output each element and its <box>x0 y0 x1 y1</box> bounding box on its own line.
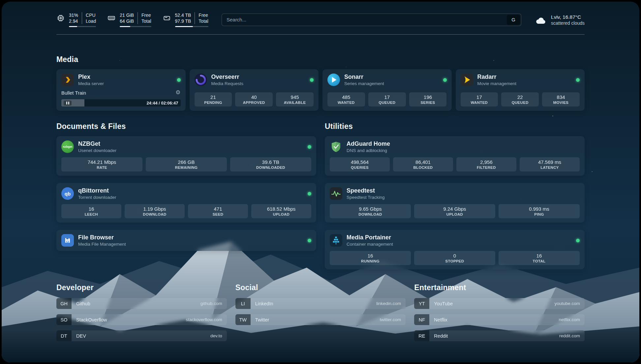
pause-button[interactable] <box>64 101 72 106</box>
weather-widget: Lviv, 16.87°C scattered clouds <box>534 14 585 26</box>
playback-progress-bar[interactable]: 24:44 / 02:06:47 <box>61 99 181 106</box>
card-nzbget[interactable]: nzbget NZBGet Usenet downloader 744.21 M… <box>56 136 316 176</box>
bookmark-url: netflix.com <box>559 317 580 322</box>
disk-label-top: Free <box>198 12 208 18</box>
stat-download: 1.19 Gbps DOWNLOAD <box>125 204 185 218</box>
app-subtitle: Series management <box>344 81 384 86</box>
adguard-icon <box>330 140 342 153</box>
card-radarr[interactable]: Radarr Movie management 17 WANTED 22 QUE… <box>456 69 585 111</box>
app-name: Sonarr <box>344 74 384 80</box>
gear-icon[interactable]: ⚙ <box>175 90 180 95</box>
app-subtitle: Torrent downloader <box>78 195 116 200</box>
card-sonarr[interactable]: Sonarr Series management 485 WANTED 17 Q… <box>322 69 452 111</box>
bookmark-url: github.com <box>200 301 222 306</box>
stat-value: 618.52 Mbps <box>253 206 310 212</box>
bookmark-abbr: LI <box>235 298 251 309</box>
search-input[interactable] <box>222 14 521 26</box>
bookmark-name: StackOverflow <box>76 317 107 322</box>
sonarr-icon <box>327 74 340 86</box>
stat-value: 17 <box>462 94 497 100</box>
stat-label: QUEUED <box>370 101 405 105</box>
search-engine-button[interactable]: G <box>507 15 520 25</box>
card-qbittorrent[interactable]: qb qBittorrent Torrent downloader 16 <box>56 183 316 223</box>
stat-downloaded: 39.6 TB DOWNLOADED <box>230 157 311 171</box>
stat-label: TOTAL <box>500 259 578 263</box>
bookmark-url: dev.to <box>210 333 222 338</box>
bookmarks-social: Social LI LinkedIn linkedin.com TW Twitt… <box>235 283 406 341</box>
stat-value: 40 <box>236 94 271 100</box>
overseerr-icon <box>195 74 207 86</box>
stat-series: 196 SERIES <box>409 92 447 106</box>
card-adguard[interactable]: AdGuard Home DNS and adblocking 498,564 … <box>325 136 585 176</box>
stat-total: 16 TOTAL <box>499 251 580 265</box>
status-dot-online <box>576 78 580 82</box>
bookmark-netflix[interactable]: NF Netflix netflix.com <box>414 314 585 325</box>
bookmark-reddit[interactable]: RE Reddit reddit.com <box>414 330 585 341</box>
bookmark-abbr: RE <box>414 330 429 341</box>
card-plex[interactable]: Plex Media server Bullet Train ⚙ 24:44 /… <box>56 69 186 111</box>
card-overseerr[interactable]: Overseerr Media Requests 21 PENDING 40 A… <box>190 69 319 111</box>
stat-value: 22 <box>503 94 537 100</box>
app-subtitle: Movie management <box>477 81 517 86</box>
disk-labels: Free Total <box>198 12 208 24</box>
nzbget-icon-text: nzbget <box>63 145 73 148</box>
bookmark-github[interactable]: GH Github github.com <box>56 298 227 309</box>
card-portainer[interactable]: Media Portainer Container management 16 … <box>325 230 585 269</box>
bookmark-name: Github <box>76 301 90 306</box>
qbittorrent-icon: qb <box>61 187 74 200</box>
speedtest-icon <box>330 187 342 200</box>
app-subtitle: Media File Management <box>78 242 126 247</box>
bookmark-linkedin[interactable]: LI LinkedIn linkedin.com <box>235 298 406 309</box>
app-name: Plex <box>78 74 104 80</box>
stat-value: 17 <box>370 94 405 100</box>
nzbget-icon: nzbget <box>61 140 74 153</box>
section-title-entertainment: Entertainment <box>414 283 585 292</box>
stat-rate: 744.21 Mbps RATE <box>61 157 142 171</box>
topbar-divider <box>56 34 585 35</box>
cpu-progress-track <box>69 26 96 27</box>
metric-separator <box>82 12 82 24</box>
bookmark-dev[interactable]: DT DEV dev.to <box>56 330 227 341</box>
cpu-label-top: CPU <box>86 12 96 18</box>
qbittorrent-icon-text: qb <box>65 191 71 197</box>
status-dot-online <box>177 78 181 82</box>
stat-queued: 22 QUEUED <box>501 92 539 106</box>
disk-values: 52.4 TB 97.9 TB <box>175 12 191 24</box>
status-dot-online <box>443 78 447 82</box>
disk-progress-track <box>175 26 208 27</box>
stat-label: FILTERED <box>458 166 515 169</box>
card-speedtest[interactable]: Speedtest Speedtest Tracking 9.65 Gbps D… <box>325 183 585 223</box>
stat-label: SEED <box>189 212 247 216</box>
stat-label: UPLOAD <box>415 212 494 216</box>
stat-label: SERIES <box>411 101 445 105</box>
stat-label: BLOCKED <box>394 166 452 169</box>
stat-label: PENDING <box>196 101 231 105</box>
memory-label-bottom: Total <box>141 18 151 24</box>
app-subtitle: Container management <box>347 242 393 247</box>
section-title-developer: Developer <box>56 283 227 292</box>
stat-latency: 47.569 ms LATENCY <box>520 157 580 171</box>
memory-widget: 21 GiB 64 GiB Free Total <box>107 12 151 27</box>
bookmark-twitter[interactable]: TW Twitter twitter.com <box>235 314 406 325</box>
stat-value: 16 <box>331 253 410 259</box>
bookmarks-entertainment: Entertainment YT YouTube youtube.com NF … <box>414 283 585 341</box>
metric-separator <box>195 12 195 24</box>
stat-blocked: 86,401 BLOCKED <box>393 157 453 171</box>
bookmark-youtube[interactable]: YT YouTube youtube.com <box>414 298 585 309</box>
app-name: AdGuard Home <box>347 140 390 147</box>
bookmark-name: Reddit <box>434 333 448 339</box>
stat-upload: 9.24 Gbps UPLOAD <box>414 204 495 218</box>
stat-pending: 21 PENDING <box>195 92 232 106</box>
bookmark-url: stackoverflow.com <box>186 317 222 322</box>
stat-label: QUEUED <box>503 101 537 105</box>
app-name: NZBGet <box>78 140 116 147</box>
app-name: Radarr <box>477 74 517 80</box>
stat-label: APPROVED <box>236 101 271 105</box>
stat-value: 47.569 ms <box>521 159 578 165</box>
bookmark-stackoverflow[interactable]: SO StackOverflow stackoverflow.com <box>56 314 227 325</box>
app-name: Speedtest <box>347 187 385 194</box>
card-filebrowser[interactable]: File Browser Media File Management <box>56 230 316 251</box>
section-title-documents: Documents & Files <box>56 122 316 131</box>
stat-value: 0 <box>415 253 494 259</box>
cpu-labels: CPU Load <box>86 12 96 24</box>
